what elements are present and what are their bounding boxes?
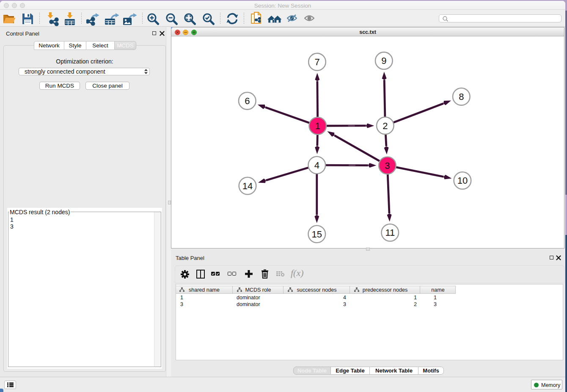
svg-text:2: 2 xyxy=(383,121,388,131)
svg-text:7: 7 xyxy=(314,57,319,67)
svg-text:14: 14 xyxy=(242,181,253,191)
svg-text:8: 8 xyxy=(459,91,464,102)
svg-text:1: 1 xyxy=(315,121,320,131)
svg-text:6: 6 xyxy=(245,96,250,106)
svg-text:11: 11 xyxy=(385,227,395,238)
svg-text:15: 15 xyxy=(312,229,322,240)
svg-text:4: 4 xyxy=(314,160,319,171)
svg-text:3: 3 xyxy=(385,160,390,171)
svg-text:9: 9 xyxy=(381,55,386,66)
svg-text:10: 10 xyxy=(457,175,468,186)
